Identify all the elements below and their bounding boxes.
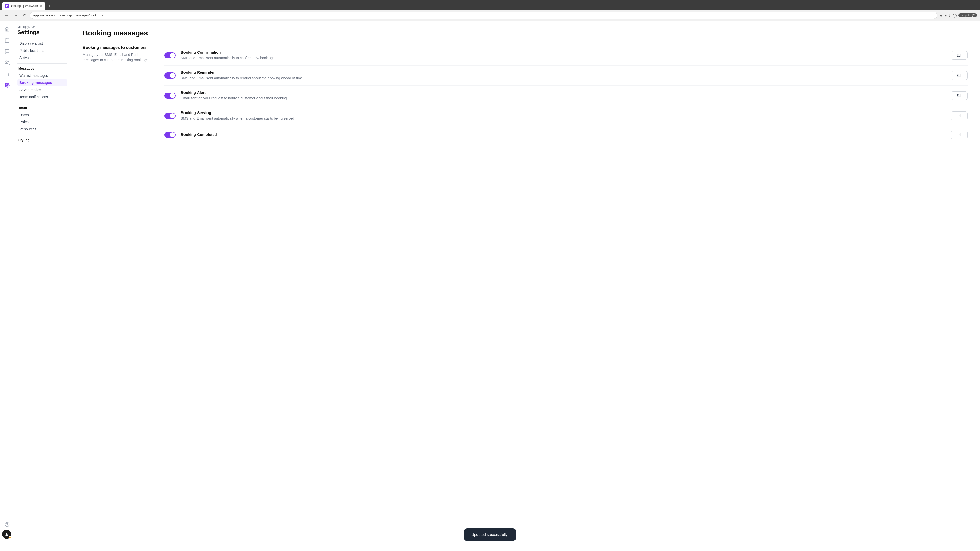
extensions-icon[interactable]: ■: [944, 13, 946, 17]
nav-icon-calendar[interactable]: [2, 35, 12, 45]
toggle-knob-4: [170, 132, 175, 138]
sidebar-link-booking-messages[interactable]: Booking messages: [18, 79, 67, 86]
nav-icon-chart[interactable]: [2, 69, 12, 79]
reload-button[interactable]: ↻: [21, 12, 28, 19]
app-layout: Moodjoy7434 Settings Display waitlist Pu…: [0, 21, 980, 542]
message-title-1: Booking Reminder: [181, 70, 946, 75]
message-info-1: Booking Reminder SMS and Email sent auto…: [181, 70, 946, 81]
edit-button-1[interactable]: Edit: [951, 71, 968, 80]
svg-point-8: [6, 85, 8, 86]
toggle-1[interactable]: [164, 73, 176, 79]
tab-close-button[interactable]: ✕: [40, 4, 42, 8]
section-right: Booking Confirmation SMS and Email sent …: [164, 45, 968, 144]
incognito-badge[interactable]: Incognito (2): [958, 13, 977, 17]
message-title-2: Booking Alert: [181, 90, 946, 95]
nav-icons: ★ ■ ⇓ ◯ Incognito (2): [939, 13, 977, 17]
sidebar-divider-1: [18, 63, 67, 64]
main-content: Booking messages Booking messages to cus…: [70, 21, 980, 542]
message-row: Booking Alert Email sent on your request…: [164, 86, 968, 106]
toast-notification: Updated successfully!: [464, 528, 516, 541]
address-bar[interactable]: app.waitwhile.com/settings/messages/book…: [30, 12, 937, 19]
nav-bar: ← → ↻ app.waitwhile.com/settings/message…: [0, 10, 980, 21]
message-row: Booking Reminder SMS and Email sent auto…: [164, 65, 968, 86]
message-row: Booking Confirmation SMS and Email sent …: [164, 45, 968, 65]
sidebar-link-waitlist-messages[interactable]: Waitlist messages: [18, 72, 67, 79]
message-desc-2: Email sent on your request to notify a c…: [181, 96, 946, 101]
message-desc-0: SMS and Email sent automatically to conf…: [181, 56, 946, 61]
sidebar-link-display-waitlist[interactable]: Display waitlist: [18, 40, 67, 47]
tab-favicon: M: [5, 4, 9, 8]
sidebar-link-resources[interactable]: Resources: [18, 125, 67, 133]
bookmark-icon[interactable]: ★: [939, 13, 943, 17]
sidebar-link-roles[interactable]: Roles: [18, 118, 67, 125]
toggle-4[interactable]: [164, 132, 176, 138]
download-icon[interactable]: ⇓: [948, 13, 951, 17]
forward-button[interactable]: →: [12, 12, 19, 19]
sidebar: Moodjoy7434 Settings Display waitlist Pu…: [14, 21, 70, 542]
url-text: app.waitwhile.com/settings/messages/book…: [33, 13, 103, 17]
message-title-0: Booking Confirmation: [181, 50, 946, 54]
toggle-2[interactable]: [164, 93, 176, 99]
toggle-knob-3: [170, 113, 175, 118]
sidebar-section-team: Team: [18, 106, 67, 110]
toggle-3[interactable]: [164, 113, 176, 119]
sidebar-link-public-locations[interactable]: Public locations: [18, 47, 67, 54]
message-info-2: Booking Alert Email sent on your request…: [181, 90, 946, 101]
toggle-knob-2: [170, 93, 175, 98]
section-left: Booking messages to customers Manage you…: [83, 45, 154, 144]
tab-title: Settings | Waitwhile: [11, 4, 38, 8]
sidebar-account: Moodjoy7434: [18, 25, 67, 29]
nav-icon-help[interactable]: [2, 519, 12, 530]
message-info-0: Booking Confirmation SMS and Email sent …: [181, 50, 946, 61]
tab-bar: M Settings | Waitwhile ✕ +: [0, 0, 980, 10]
message-title-3: Booking Serving: [181, 110, 946, 115]
sidebar-link-arrivals[interactable]: Arrivals: [18, 54, 67, 61]
new-tab-button[interactable]: +: [46, 3, 53, 10]
sidebar-divider-3: [18, 135, 67, 135]
toggle-knob-1: [170, 73, 175, 78]
icon-nav: [0, 21, 14, 542]
message-row: Booking Serving SMS and Email sent autom…: [164, 106, 968, 126]
edit-button-4[interactable]: Edit: [951, 130, 968, 139]
edit-button-3[interactable]: Edit: [951, 111, 968, 120]
user-avatar[interactable]: [2, 530, 11, 539]
message-title-4: Booking Completed: [181, 132, 946, 137]
edit-button-0[interactable]: Edit: [951, 51, 968, 60]
profile-icon[interactable]: ◯: [953, 13, 957, 17]
message-row: Booking Completed Edit: [164, 126, 968, 144]
sidebar-link-users[interactable]: Users: [18, 111, 67, 118]
section-container: Booking messages to customers Manage you…: [83, 45, 968, 144]
sidebar-section-styling: Styling: [18, 138, 67, 142]
toggle-0[interactable]: [164, 52, 176, 59]
sidebar-section-messages: Messages: [18, 67, 67, 70]
svg-point-11: [6, 533, 7, 534]
sidebar-title: Settings: [18, 29, 67, 36]
avatar-status-dot: [9, 536, 11, 539]
toast-message: Updated successfully!: [471, 532, 509, 537]
message-desc-1: SMS and Email sent automatically to remi…: [181, 76, 946, 81]
nav-icon-users[interactable]: [2, 58, 12, 68]
message-info-4: Booking Completed: [181, 132, 946, 138]
section-left-title: Booking messages to customers: [83, 45, 154, 50]
nav-icon-settings[interactable]: [2, 80, 12, 90]
edit-button-2[interactable]: Edit: [951, 91, 968, 100]
section-left-desc: Manage your SMS, Email and Push messages…: [83, 52, 154, 63]
nav-icon-chat[interactable]: [2, 46, 12, 57]
message-info-3: Booking Serving SMS and Email sent autom…: [181, 110, 946, 121]
nav-icon-home[interactable]: [2, 24, 12, 34]
page-title: Booking messages: [83, 29, 968, 37]
back-button[interactable]: ←: [3, 12, 10, 19]
toggle-knob-0: [170, 53, 175, 58]
active-tab[interactable]: M Settings | Waitwhile ✕: [2, 2, 45, 10]
message-desc-3: SMS and Email sent automatically when a …: [181, 116, 946, 121]
sidebar-link-team-notifications[interactable]: Team notifications: [18, 94, 67, 100]
svg-rect-0: [5, 38, 9, 42]
svg-point-4: [6, 61, 7, 63]
sidebar-link-saved-replies[interactable]: Saved replies: [18, 86, 67, 94]
